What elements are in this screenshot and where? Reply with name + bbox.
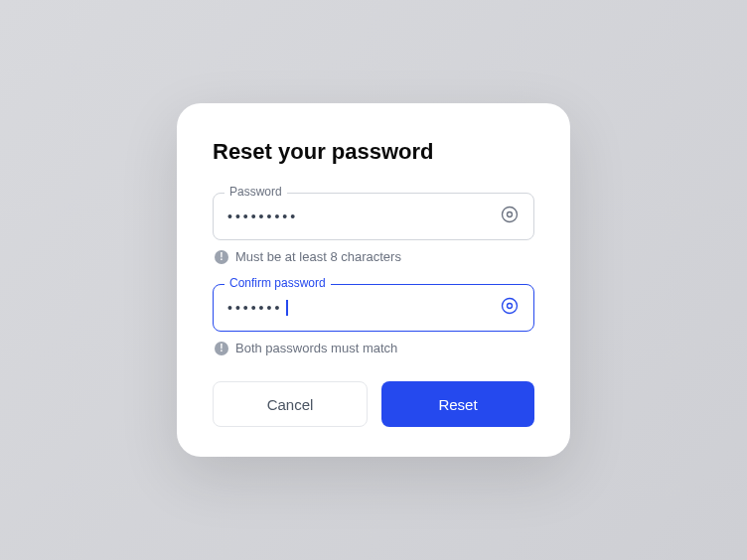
- confirm-password-input[interactable]: •••••••: [213, 284, 534, 332]
- svg-point-1: [508, 212, 513, 217]
- info-icon: !: [215, 250, 228, 264]
- password-input[interactable]: •••••••••: [213, 193, 534, 240]
- confirm-hint: ! Both passwords must match: [213, 341, 534, 355]
- svg-point-3: [508, 304, 513, 309]
- text-cursor: [286, 300, 288, 316]
- reset-button[interactable]: Reset: [381, 381, 534, 427]
- reset-password-card: Reset your password Password ••••••••• !…: [177, 103, 570, 457]
- svg-point-2: [503, 299, 518, 314]
- password-value: •••••••••: [227, 209, 500, 224]
- password-field-wrapper: Password •••••••••: [213, 193, 534, 240]
- svg-point-0: [503, 208, 518, 222]
- confirm-hint-text: Both passwords must match: [235, 341, 397, 355]
- button-row: Cancel Reset: [213, 381, 534, 427]
- eye-icon[interactable]: [500, 296, 520, 320]
- cancel-button[interactable]: Cancel: [213, 381, 368, 427]
- info-icon: !: [215, 342, 228, 355]
- page-title: Reset your password: [213, 139, 534, 165]
- confirm-value: •••••••: [227, 300, 500, 316]
- confirm-label: Confirm password: [224, 276, 331, 290]
- confirm-field-wrapper: Confirm password •••••••: [213, 284, 534, 332]
- password-hint-text: Must be at least 8 characters: [235, 249, 401, 264]
- password-label: Password: [224, 185, 287, 199]
- password-hint: ! Must be at least 8 characters: [213, 249, 534, 264]
- eye-icon[interactable]: [500, 205, 520, 228]
